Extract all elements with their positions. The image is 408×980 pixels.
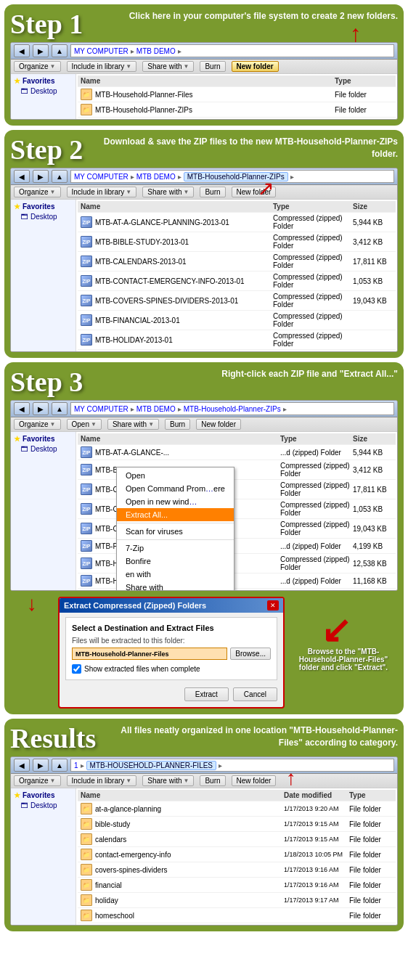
favorites-section: ★ Favorites 🗔 Desktop — [14, 203, 73, 221]
step3-block: Step 3 Right-click each ZIP file and "Ex… — [4, 362, 404, 714]
sidebar-item-desktop[interactable]: 🗔 Desktop — [14, 444, 73, 454]
new-folder-btn[interactable]: New folder — [232, 61, 279, 72]
table-row[interactable]: ZIP MTB-COVERS-SPINES-DIVIDERS-2013-01 C… — [78, 291, 396, 311]
folder-icon: 📁 — [81, 849, 92, 860]
step3-column-headers: Name Type Size — [78, 433, 396, 445]
step2-file-list: Name Type Size ZIP MTB-AT-A-GLANCE-PLANN… — [76, 200, 397, 351]
favorites-header: ★ Favorites — [14, 791, 73, 799]
open-btn[interactable]: Open ▼ — [67, 419, 102, 430]
sidebar-item-desktop[interactable]: 🗔 Desktop — [14, 801, 73, 810]
burn-btn[interactable]: Burn — [200, 61, 225, 72]
organize-btn[interactable]: Organize ▼ — [14, 61, 61, 72]
table-row[interactable]: 📁 financial 1/17/2013 9:16 AM File folde… — [78, 878, 396, 893]
zip-icon: ZIP — [81, 236, 92, 248]
table-row[interactable]: ZIP MTB-FINANCIAL-2013-01 Compressed (zi… — [78, 311, 396, 330]
table-row[interactable]: ZIP MTB-HOLIDAY-2013-01 Compressed (zipp… — [78, 330, 396, 350]
forward-button[interactable]: ▶ — [33, 759, 49, 772]
address-bar[interactable]: MY COMPUTER ▸ MTB DEMO ▸ MTB-Household-P… — [70, 170, 394, 183]
forward-button[interactable]: ▶ — [33, 402, 49, 415]
context-new-window[interactable]: Open in new wind… — [117, 495, 234, 508]
share-with-btn[interactable]: Share with ▼ — [107, 419, 159, 430]
include-library-btn[interactable]: Include in library ▼ — [67, 187, 137, 197]
context-open[interactable]: Open — [117, 469, 234, 482]
table-row[interactable]: 📁 covers-spines-dividers 1/17/2013 9:16 … — [78, 862, 396, 878]
organize-btn[interactable]: Organize ▼ — [14, 775, 61, 786]
table-row[interactable]: ZIP MTB-BIBLE-STUDY-2013-01 Compressed (… — [78, 232, 396, 252]
table-row[interactable]: 📁 homeschool File folder — [78, 908, 396, 923]
sidebar-item-desktop[interactable]: 🗔 Desktop — [14, 212, 73, 221]
folder-icon: 📁 — [81, 803, 92, 814]
address-bar[interactable]: MY COMPUTER ▸ MTB DEMO ▸ MTB-Household-P… — [70, 402, 394, 415]
extract-arrow: ↓ — [27, 594, 37, 614]
step2-file-rows: ZIP MTB-AT-A-GLANCE-PLANNING-2013-01 Com… — [78, 213, 396, 350]
step2-description: Download & save the ZIP files to the new… — [97, 136, 398, 160]
step2-header: Step 2 Download & save the ZIP files to … — [10, 136, 398, 163]
include-library-btn[interactable]: Include in library ▼ — [67, 61, 137, 72]
checkbox-label: Show extracted files when complete — [84, 665, 200, 673]
new-folder-btn[interactable]: New folder — [232, 775, 277, 786]
folder-icon: 🗔 — [21, 213, 28, 221]
show-files-checkbox[interactable] — [72, 664, 81, 674]
burn-btn[interactable]: Burn — [165, 419, 190, 430]
address-computer: MY COMPUTER — [74, 173, 128, 181]
table-row[interactable]: ZIP MTB-CONTACT-EMERGENCY-INFO-2013-01 C… — [78, 271, 396, 291]
organize-btn[interactable]: Organize ▼ — [14, 419, 61, 430]
sidebar-item-desktop[interactable]: 🗔 Desktop — [14, 86, 73, 96]
table-row[interactable]: 📁 at-a-glance-planning 1/17/2013 9:20 AM… — [78, 801, 396, 817]
address-bar[interactable]: MY COMPUTER ▸ MTB DEMO ▸ — [70, 44, 394, 57]
up-button[interactable]: ▲ — [52, 402, 68, 415]
table-row[interactable]: 📁 holiday 1/17/2013 9:17 AM File folder — [78, 893, 396, 908]
burn-btn[interactable]: Burn — [200, 775, 225, 786]
address-computer: MY COMPUTER — [74, 47, 128, 55]
address-demo: MTB DEMO — [136, 47, 176, 55]
share-with-btn[interactable]: Share with ▼ — [142, 61, 194, 72]
forward-button[interactable]: ▶ — [33, 44, 49, 57]
context-scan[interactable]: Scan for viruses — [117, 525, 234, 538]
burn-btn[interactable]: Burn — [200, 187, 225, 197]
extract-button[interactable]: Extract — [184, 687, 229, 701]
results-current-folder: MTB-HOUSEHOLD-PLANNER-FILES — [86, 761, 216, 770]
context-share[interactable]: Share with — [117, 581, 234, 591]
step2-content: ★ Favorites 🗔 Desktop Name Type Size — [11, 200, 397, 351]
table-row[interactable]: ZIP MTB-CALENDARS-2013-01 Compressed (zi… — [78, 252, 396, 271]
dialog-close-button[interactable]: ✕ — [267, 600, 279, 611]
back-button[interactable]: ◀ — [14, 402, 30, 415]
table-row[interactable]: 📁 MTB-Household-Planner-ZIPs File folder — [78, 102, 396, 118]
step3-toolbar: Organize ▼ Open ▼ Share with ▼ Burn New … — [11, 417, 397, 432]
context-open-with[interactable]: en with — [117, 568, 234, 581]
context-bonfire[interactable]: Bonfire — [117, 555, 234, 568]
table-row[interactable]: ZIP MTB-AT-A-GLANCE-... ...d (zipped) Fo… — [78, 445, 396, 460]
results-toolbar: Organize ▼ Include in library ▼ Share wi… — [11, 774, 397, 788]
dialog-label: Select a Destination and Extract Files — [72, 624, 271, 632]
context-7zip[interactable]: 7-Zip — [117, 542, 234, 555]
results-column-headers: Name Date modified Type — [78, 790, 396, 801]
browse-button[interactable]: Browse... — [230, 648, 271, 660]
dialog-path-input[interactable] — [72, 648, 227, 660]
table-row[interactable]: 📁 MTB-Household-Planner-Files File folde… — [78, 87, 396, 102]
table-row[interactable]: 📁 contact-emergency-info 1/18/2013 10:05… — [78, 847, 396, 862]
back-button[interactable]: ◀ — [14, 759, 30, 772]
share-with-btn[interactable]: Share with ▼ — [142, 187, 194, 197]
step3-content: ★ Favorites 🗔 Desktop Name Type Size ZI — [11, 432, 397, 590]
back-button[interactable]: ◀ — [14, 170, 30, 183]
folder-icon: 📁 — [81, 879, 92, 891]
new-folder-btn[interactable]: New folder — [196, 419, 241, 430]
up-button[interactable]: ▲ — [52, 170, 68, 183]
share-with-btn[interactable]: Share with ▼ — [142, 775, 194, 786]
context-extract-all[interactable]: Extract All... — [117, 508, 234, 521]
cancel-button[interactable]: Cancel — [233, 687, 277, 701]
step2-sidebar: ★ Favorites 🗔 Desktop — [11, 200, 76, 351]
forward-button[interactable]: ▶ — [33, 170, 49, 183]
table-row[interactable]: 📁 calendars 1/17/2013 9:15 AM File folde… — [78, 832, 396, 847]
organize-btn[interactable]: Organize ▼ — [14, 187, 61, 197]
results-explorer: ◀ ▶ ▲ 1 ▸ MTB-HOUSEHOLD-PLANNER-FILES ▸ … — [10, 756, 398, 926]
context-cmd[interactable]: Open Command Prom…ere — [117, 482, 234, 495]
up-button[interactable]: ▲ — [52, 44, 68, 57]
table-row[interactable]: ZIP MTB-AT-A-GLANCE-PLANNING-2013-01 Com… — [78, 213, 396, 232]
include-library-btn[interactable]: Include in library ▼ — [67, 775, 137, 786]
up-button[interactable]: ▲ — [52, 759, 68, 772]
table-row[interactable]: 📁 bible-study 1/17/2013 9:15 AM File fol… — [78, 817, 396, 832]
back-button[interactable]: ◀ — [14, 44, 30, 57]
address-bar[interactable]: 1 ▸ MTB-HOUSEHOLD-PLANNER-FILES ▸ — [70, 759, 394, 772]
dialog-title: Extract Compressed (Zipped) Folders ✕ — [60, 598, 283, 613]
